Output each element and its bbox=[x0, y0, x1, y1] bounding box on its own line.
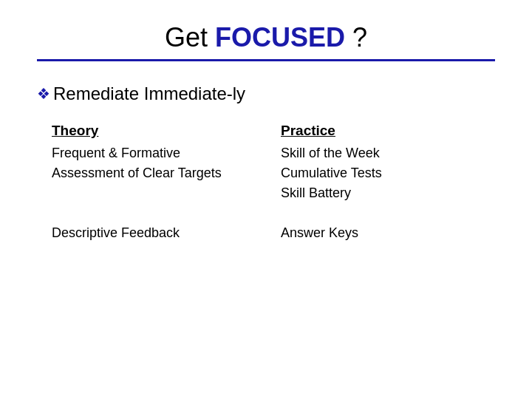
title-divider bbox=[37, 59, 495, 61]
bottom-right: Answer Keys bbox=[266, 225, 495, 241]
title-suffix: ? bbox=[345, 22, 367, 52]
left-column: Theory Frequent & Formative Assessment o… bbox=[37, 123, 266, 203]
bullet-text: Remediate Immediate-ly bbox=[53, 83, 245, 104]
slide: Get FOCUSED ? ❖ Remediate Immediate-ly T… bbox=[0, 0, 532, 399]
right-item-2: Cumulative Tests bbox=[281, 163, 495, 183]
content-columns: Theory Frequent & Formative Assessment o… bbox=[37, 123, 495, 203]
left-item-1: Frequent & Formative bbox=[52, 143, 266, 163]
right-item-3: Skill Battery bbox=[281, 183, 495, 203]
right-column: Practice Skill of the Week Cumulative Te… bbox=[266, 123, 495, 203]
diamond-icon: ❖ bbox=[37, 85, 50, 103]
left-column-header: Theory bbox=[52, 123, 266, 139]
slide-title: Get FOCUSED ? bbox=[165, 22, 367, 52]
title-prefix: Get bbox=[165, 22, 215, 52]
answer-keys: Answer Keys bbox=[281, 225, 495, 241]
bullet-heading: ❖ Remediate Immediate-ly bbox=[37, 83, 495, 104]
bottom-left: Descriptive Feedback bbox=[37, 225, 266, 241]
right-item-1: Skill of the Week bbox=[281, 143, 495, 163]
bottom-row: Descriptive Feedback Answer Keys bbox=[37, 225, 495, 241]
descriptive-feedback: Descriptive Feedback bbox=[52, 225, 266, 241]
title-area: Get FOCUSED ? bbox=[37, 22, 495, 53]
title-focused: FOCUSED bbox=[215, 22, 345, 52]
right-column-header: Practice bbox=[281, 123, 495, 139]
left-item-2: Assessment of Clear Targets bbox=[52, 163, 266, 183]
